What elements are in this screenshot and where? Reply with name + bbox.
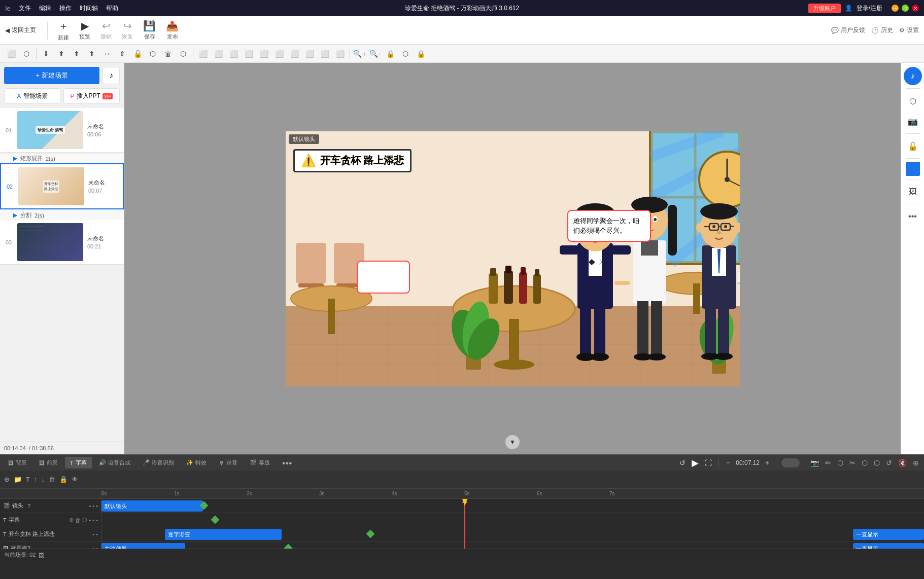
prop-btn[interactable]: ⬡ [835, 458, 845, 468]
maximize-btn[interactable]: □ [902, 5, 909, 12]
back-home-btn[interactable]: ◀ 返回主页 [5, 26, 36, 34]
align-up-btn[interactable]: ⬆ [85, 47, 99, 61]
camera-btn[interactable]: 📷 [904, 112, 922, 130]
scene-item-2[interactable]: 02 开车贪杯路上添悲 未命名 00:07 ▶ 分割 2(s) [0, 163, 124, 220]
up-track-btn[interactable]: ↑ [33, 475, 39, 484]
close-btn[interactable]: ✕ [912, 5, 919, 12]
zoom-out-btn[interactable]: 🔍- [368, 47, 382, 61]
warning-sign[interactable]: ⚠️ 开车贪杯 路上添悲 [293, 149, 412, 172]
space-h-btn[interactable]: ⬜ [333, 47, 347, 61]
subtitle-dot2[interactable]: • [92, 517, 94, 523]
feedback-btn[interactable]: 💬 用户反馈 [831, 26, 865, 34]
align-top-btn[interactable]: ⬆ [54, 47, 69, 61]
lock-track-btn[interactable]: 🔒 [58, 475, 69, 484]
menu-edit[interactable]: 编辑 [36, 4, 54, 13]
tab-asr[interactable]: 🎤 语音识别 [138, 457, 179, 468]
tab-prev[interactable]: 🖼 前景 [34, 457, 63, 468]
dist-h-btn[interactable]: ⬜ [242, 47, 256, 61]
loop-btn[interactable]: ↺ [884, 458, 894, 468]
scene-item-1[interactable]: 01 珍爱生命 酒驾 未命名 00:06 ▶ 矩形展开 2(s) [0, 108, 124, 163]
more-right-btn[interactable]: ••• [904, 207, 922, 226]
pointer-tool-btn[interactable]: ⬡ [19, 47, 33, 61]
tab-curtain[interactable]: 🎬 幕版 [245, 457, 275, 468]
text-track-btn[interactable]: T [25, 475, 31, 484]
dot3[interactable]: • [96, 503, 98, 509]
toggle-btn[interactable] [781, 458, 800, 467]
save-btn[interactable]: 💾 保存 [139, 18, 160, 43]
dot2[interactable]: • [92, 503, 94, 509]
play-btn[interactable]: ▶ [690, 456, 701, 469]
next-frame-btn[interactable]: ⬡ [872, 458, 882, 468]
fullscreen-btn[interactable]: ⛶ [703, 458, 714, 468]
new-scene-btn[interactable]: + 新建场景 [4, 67, 99, 84]
frame-block[interactable]: 左边伸展 [101, 543, 185, 549]
menu-help[interactable]: 帮助 [103, 4, 121, 13]
text1-always[interactable]: 一直显示 [853, 529, 924, 540]
keyframe-diamond-4[interactable] [284, 544, 293, 549]
menu-operate[interactable]: 操作 [56, 4, 75, 13]
collapse-btn[interactable]: ▼ [505, 435, 520, 449]
text1-dot1[interactable]: • [92, 531, 94, 537]
group-btn[interactable]: ⬡ [146, 47, 160, 61]
delete-btn[interactable]: 🗑 [161, 47, 175, 61]
copy-btn[interactable]: ⬡ [176, 47, 190, 61]
align-left2-btn[interactable]: ⬜ [257, 47, 271, 61]
text1-dot2[interactable]: • [96, 531, 98, 537]
down-track-btn[interactable]: ↓ [40, 475, 46, 484]
lock3-btn[interactable]: 🔒 [414, 47, 428, 61]
dot1[interactable]: • [89, 503, 91, 509]
speech-bubble-left[interactable] [357, 261, 410, 294]
settings-btn[interactable]: ⚙ 设置 [899, 26, 919, 34]
duplicate-btn[interactable]: ⬡ [398, 47, 413, 61]
subtitle-add[interactable]: ⊕ [69, 517, 74, 523]
zoom-in-pb-btn[interactable]: ＋ [762, 457, 773, 468]
add-frame-btn[interactable]: ⊕ [911, 458, 921, 468]
expand-right-btn[interactable]: ⬡ [904, 92, 922, 110]
tab-record[interactable]: 🎙 录音 [214, 457, 243, 468]
align-top2-btn[interactable]: ⬜ [302, 47, 317, 61]
align-right2-btn[interactable]: ⬜ [272, 47, 286, 61]
subtitle-dot3[interactable]: • [96, 517, 98, 523]
keyframe-diamond-3[interactable] [366, 530, 375, 538]
prev-frame-btn[interactable]: ⬡ [860, 458, 870, 468]
reset-btn[interactable]: ↺ [677, 458, 688, 468]
visible-track-btn[interactable]: 👁 [71, 475, 79, 484]
subtitle-dot1[interactable]: • [89, 517, 91, 523]
shot-block[interactable]: 默认镜头 [101, 500, 203, 512]
publish-btn[interactable]: 📤 发布 [162, 18, 183, 43]
preview-btn[interactable]: ▶ 预览 [75, 18, 94, 43]
dist-v-btn[interactable]: ⬜ [287, 47, 301, 61]
flip-v-btn[interactable]: ⇕ [115, 47, 129, 61]
canvas[interactable]: 默认镜头 [286, 131, 740, 386]
insert-ppt-btn[interactable]: P 插入PPT VIP [63, 88, 120, 104]
clip-btn[interactable]: ✂ [847, 458, 858, 468]
minimize-btn[interactable]: ─ [892, 5, 899, 12]
color-btn[interactable] [906, 162, 920, 176]
tab-effects[interactable]: ✨ 特效 [181, 457, 212, 468]
edit-btn[interactable]: ✏ [823, 458, 833, 468]
zoom-out-pb-btn[interactable]: － [723, 457, 734, 468]
snapshot-btn[interactable]: 📷 [808, 458, 821, 468]
lock2-btn[interactable]: 🔒 [383, 47, 397, 61]
new-btn[interactable]: ＋ 新建 [54, 17, 73, 44]
add-track-btn[interactable]: ⊕ [3, 475, 11, 484]
redo-btn[interactable]: ↪ 恢复 [118, 18, 137, 43]
subtitle-del[interactable]: 🗑 [75, 517, 81, 523]
lock-btn[interactable]: 🔓 [130, 47, 145, 61]
menu-file[interactable]: 文件 [16, 4, 34, 13]
music-btn[interactable]: ♪ [102, 67, 120, 84]
login-btn[interactable]: 登录/注册 [857, 4, 882, 13]
menu-timeline[interactable]: 时间轴 [77, 4, 101, 13]
tab-bg[interactable]: 🖼 背景 [3, 457, 32, 468]
frame-always[interactable]: 一直显示 [853, 543, 924, 549]
text1-block[interactable]: 逐字渐变 [165, 529, 282, 540]
tab-more[interactable]: ●●● [277, 458, 297, 468]
align-bottom-btn[interactable]: ⬇ [39, 47, 53, 61]
align-right-btn[interactable]: ⬜ [226, 47, 241, 61]
scene-item-3[interactable]: 03 ———————— ———————— ———————— 未命名 00:21 [0, 220, 124, 265]
zoom-in-btn[interactable]: 🔍+ [353, 47, 367, 61]
undo-btn[interactable]: ↩ 撤销 [96, 18, 116, 43]
image-btn[interactable]: 🖼 [904, 183, 922, 201]
align-hcenter-btn[interactable]: ⬜ [211, 47, 225, 61]
tab-subtitle[interactable]: T 字幕 [65, 457, 92, 468]
